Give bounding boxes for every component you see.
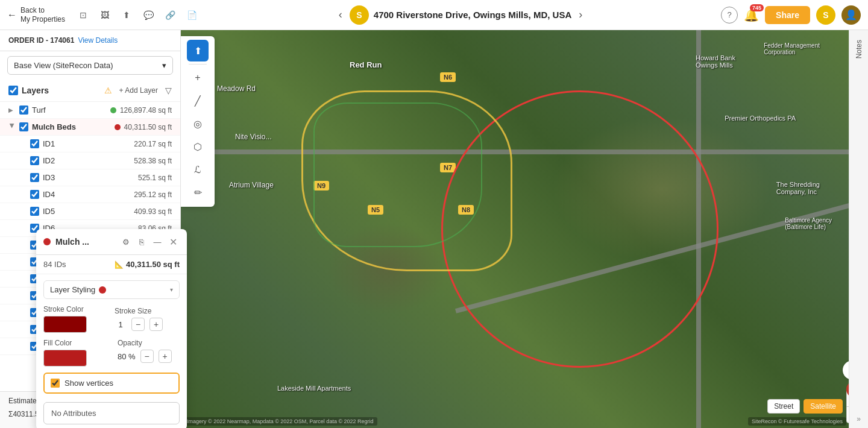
stroke-size-controls: 1 − + bbox=[115, 318, 180, 331]
mulch-beds-checkbox[interactable] bbox=[19, 122, 28, 131]
map-area[interactable]: N6 N7 N8 N5 N9 Meadow Rd Nite Visio... A… bbox=[181, 30, 868, 428]
checkbox-id3[interactable] bbox=[30, 173, 39, 182]
place-label-shredding: The ShreddingCompany, Inc bbox=[776, 181, 820, 195]
place-label-lakeside: Lakeside Mill Apartments bbox=[277, 385, 351, 392]
item-label-id4: ID4 bbox=[43, 190, 130, 199]
file-icon[interactable]: 📄 bbox=[183, 7, 200, 24]
opacity-decrease[interactable]: − bbox=[140, 350, 154, 363]
road-horizontal bbox=[181, 149, 868, 154]
popup-area-value: 40,311.50 sq ft bbox=[126, 260, 180, 269]
turf-dot bbox=[110, 107, 116, 113]
link-icon[interactable]: 🔗 bbox=[162, 7, 178, 24]
notification-count: 745 bbox=[750, 4, 764, 11]
settings-icon[interactable]: ⚙ bbox=[119, 235, 133, 248]
notes-label[interactable]: Notes bbox=[855, 40, 863, 58]
place-label-baltimore: Baltimore Agency(Baltimore Life) bbox=[785, 217, 832, 230]
zoom-in-tool-button[interactable]: + bbox=[187, 67, 209, 89]
share-button[interactable]: Share bbox=[765, 6, 810, 24]
fill-opacity-section: Fill Color Opacity 80 % − + bbox=[43, 339, 180, 367]
item-area-id3: 525.1 sq ft bbox=[138, 174, 172, 182]
styling-dot bbox=[99, 286, 106, 294]
layers-checkbox[interactable] bbox=[8, 86, 18, 95]
upload-icon[interactable]: ⬆ bbox=[118, 7, 135, 24]
layer-styling-dropdown[interactable]: Layer Styling ▾ bbox=[43, 280, 180, 299]
layer-item-id4[interactable]: ID4 295.12 sq ft bbox=[0, 186, 180, 203]
item-label-id5: ID5 bbox=[43, 207, 130, 216]
turf-checkbox[interactable] bbox=[19, 105, 28, 115]
turf-label: Turf bbox=[32, 105, 107, 115]
fill-color-swatch[interactable] bbox=[43, 350, 87, 367]
popup-title: Mulch ... bbox=[55, 237, 115, 247]
user-profile-avatar[interactable]: 👤 bbox=[841, 5, 861, 25]
crop-icon[interactable]: ⊡ bbox=[75, 7, 92, 24]
compass-tool-button[interactable]: ◎ bbox=[187, 113, 209, 134]
show-vertices-row[interactable]: Show vertices bbox=[43, 373, 180, 394]
comment-icon[interactable]: 💬 bbox=[140, 7, 157, 24]
notes-collapse-button[interactable]: » bbox=[857, 415, 861, 423]
satellite-view-button[interactable]: Satellite bbox=[804, 399, 843, 414]
place-label-nite: Nite Visio... bbox=[235, 133, 271, 141]
stroke-color-label: Stroke Color bbox=[43, 305, 108, 313]
popup-count: 84 IDs bbox=[43, 260, 66, 269]
map-tag-n8: N8 bbox=[458, 205, 474, 215]
place-label-premier: Premier Orthopedics PA bbox=[725, 115, 796, 122]
filter-icon[interactable]: ▽ bbox=[165, 86, 172, 95]
popup-panel: Mulch ... ⚙ ⎘ — ✕ 84 IDs 📐 40,311.50 sq … bbox=[36, 229, 187, 428]
street-view-button[interactable]: Street bbox=[767, 399, 800, 414]
checkbox-id1[interactable] bbox=[30, 139, 39, 148]
opacity-value: 80 % bbox=[118, 352, 136, 361]
notifications-button[interactable]: 🔔 745 bbox=[744, 8, 759, 22]
checkbox-id4[interactable] bbox=[30, 190, 39, 199]
next-location-button[interactable]: › bbox=[576, 6, 585, 24]
pencil-tool-button[interactable]: ✏ bbox=[187, 181, 209, 203]
select-tool-button[interactable]: ⬆ bbox=[187, 40, 209, 61]
close-button[interactable]: ✕ bbox=[166, 235, 180, 248]
popup-body: Layer Styling ▾ Stroke Color Stroke Size… bbox=[36, 274, 187, 428]
stroke-size-label: Stroke Size bbox=[115, 307, 180, 315]
stroke-size-decrease[interactable]: − bbox=[131, 318, 145, 331]
area-icon: 📐 bbox=[115, 260, 124, 269]
layer-turf[interactable]: ▶ Turf 126,897.48 sq ft bbox=[0, 102, 180, 119]
fill-color-col: Fill Color bbox=[43, 339, 105, 367]
no-attributes-button[interactable]: No Attributes bbox=[43, 402, 180, 424]
item-area-id5: 409.93 sq ft bbox=[134, 207, 172, 216]
layers-title: Layers bbox=[22, 86, 101, 95]
help-button[interactable]: ? bbox=[721, 7, 738, 24]
layer-styling-label: Layer Styling bbox=[50, 285, 106, 294]
base-view-dropdown[interactable]: Base View (SiteRecon Data) ▾ bbox=[7, 56, 173, 75]
order-bar: ORDER ID - 174061 View Details bbox=[0, 30, 180, 51]
layer-item-id1[interactable]: ID1 220.17 sq ft bbox=[0, 136, 180, 153]
layer-item-id3[interactable]: ID3 525.1 sq ft bbox=[0, 169, 180, 186]
minimize-icon[interactable]: — bbox=[151, 235, 164, 248]
opacity-increase[interactable]: + bbox=[159, 350, 172, 363]
prev-location-button[interactable]: ‹ bbox=[336, 6, 345, 24]
lasso-tool-button[interactable]: ℒ bbox=[187, 159, 209, 180]
back-button[interactable]: ← Back to My Properties bbox=[7, 6, 65, 24]
layer-item-id5[interactable]: ID5 409.93 sq ft bbox=[0, 203, 180, 220]
polygon-tool-button[interactable]: ⬡ bbox=[187, 136, 209, 157]
opacity-label: Opacity bbox=[118, 339, 180, 347]
layer-mulch-beds[interactable]: ▶ Mulch Beds 40,311.50 sq ft bbox=[0, 119, 180, 136]
view-details-link[interactable]: View Details bbox=[78, 36, 118, 45]
stroke-size-increase[interactable]: + bbox=[149, 318, 163, 331]
show-vertices-checkbox[interactable] bbox=[51, 379, 60, 388]
expand-icon: ▶ bbox=[9, 124, 16, 131]
checkbox-id2[interactable] bbox=[30, 156, 39, 165]
add-layer-button[interactable]: + Add Layer bbox=[116, 84, 162, 96]
location-badge: S bbox=[350, 5, 369, 25]
checkbox-id5[interactable] bbox=[30, 207, 39, 216]
stroke-color-swatch[interactable] bbox=[43, 316, 87, 333]
layers-header: Layers ⚠ + Add Layer ▽ bbox=[0, 80, 180, 102]
popup-area: 📐 40,311.50 sq ft bbox=[115, 260, 180, 269]
order-id: ORDER ID - 174061 bbox=[8, 36, 74, 45]
layer-item-id2[interactable]: ID2 528.38 sq ft bbox=[0, 153, 180, 169]
user-avatar[interactable]: S bbox=[816, 5, 835, 25]
popup-color-dot bbox=[43, 238, 51, 245]
line-tool-button[interactable]: ╱ bbox=[187, 90, 209, 112]
map-attribution: Imagery © 2022 Nearmap, Mapdata © 2022 O… bbox=[183, 417, 377, 426]
back-arrow-icon: ← bbox=[7, 10, 17, 20]
image-icon[interactable]: 🖼 bbox=[96, 7, 113, 24]
copy-icon[interactable]: ⎘ bbox=[135, 235, 148, 248]
mulch-beds-area: 40,311.50 sq ft bbox=[124, 123, 172, 131]
map-tag-n7: N7 bbox=[440, 163, 456, 172]
